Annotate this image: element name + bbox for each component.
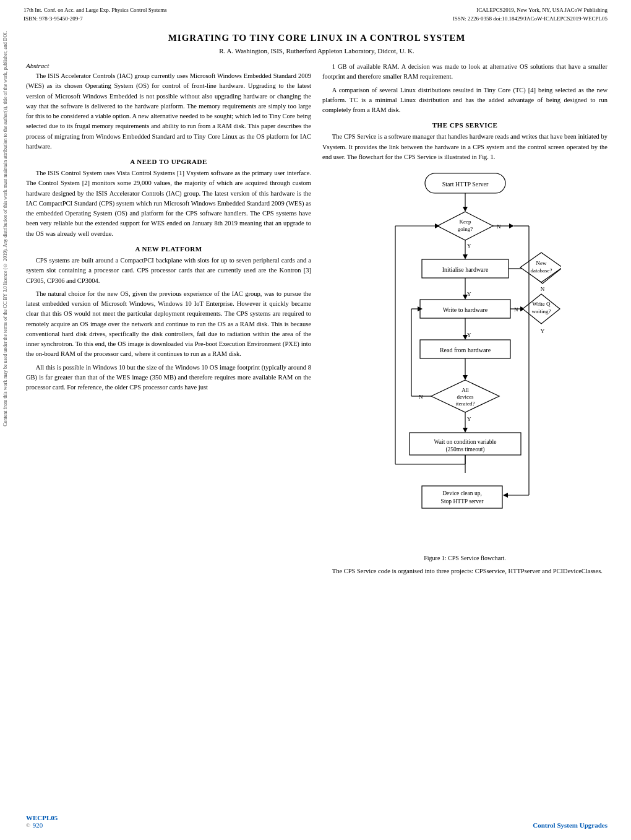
svg-marker-12 bbox=[463, 254, 468, 259]
svg-text:Start HTTP Server: Start HTTP Server bbox=[442, 181, 488, 188]
need-upgrade-title: A NEED TO UPGRADE bbox=[26, 158, 311, 165]
flowchart-svg: Start HTTP Server Keep going? N bbox=[369, 167, 561, 551]
new-platform-p3: All this is possible in Windows 10 but t… bbox=[26, 363, 311, 393]
main-content: MIGRATING TO TINY CORE LINUX IN A CONTRO… bbox=[7, 25, 631, 586]
svg-text:Stop HTTP server: Stop HTTP server bbox=[440, 498, 484, 504]
svg-text:N: N bbox=[514, 306, 518, 313]
right-column: 1 GB of available RAM. A decision was ma… bbox=[322, 62, 607, 579]
abstract-title: Abstract bbox=[26, 62, 311, 69]
paper-title: MIGRATING TO TINY CORE LINUX IN A CONTRO… bbox=[26, 33, 607, 43]
abstract-section: Abstract The ISIS Accelerator Controls (… bbox=[26, 62, 311, 152]
svg-text:All: All bbox=[461, 387, 469, 393]
sidebar-text: Content from this work may be used under… bbox=[2, 31, 9, 426]
two-column-layout: Abstract The ISIS Accelerator Controls (… bbox=[26, 62, 607, 579]
footer-left: WECPL05 © 920 bbox=[26, 814, 58, 829]
footer-wecpl: WECPL05 bbox=[26, 814, 58, 821]
svg-marker-52 bbox=[463, 428, 468, 433]
svg-text:Y: Y bbox=[467, 332, 471, 338]
sidebar: Content from this work may be used under… bbox=[0, 31, 11, 774]
new-platform-title: A NEW PLATFORM bbox=[26, 245, 311, 253]
svg-marker-3 bbox=[463, 207, 468, 212]
right-p2: A comparison of several Linux distributi… bbox=[322, 85, 607, 116]
svg-text:Read from hardware: Read from hardware bbox=[439, 347, 491, 353]
svg-text:Write Q: Write Q bbox=[532, 301, 550, 307]
right-p1: 1 GB of available RAM. A decision was ma… bbox=[322, 62, 607, 82]
new-platform-p2: The natural choice for the new OS, given… bbox=[26, 289, 311, 360]
header-doi: ISSN: 2226-0358 doi:10.18429/JACoW-ICALE… bbox=[453, 15, 607, 24]
svg-text:Y: Y bbox=[467, 291, 471, 297]
svg-text:(250ms timeout): (250ms timeout) bbox=[445, 446, 484, 453]
footer-page-num: 920 bbox=[33, 821, 43, 829]
flowchart-container: Start HTTP Server Keep going? N bbox=[322, 167, 607, 551]
svg-marker-9 bbox=[509, 223, 514, 228]
header-isbn: ISBN: 978-3-95450-209-7 bbox=[24, 15, 167, 24]
cps-service-p2: The CPS Service code is organised into t… bbox=[322, 566, 607, 576]
svg-text:iterated?: iterated? bbox=[455, 401, 474, 407]
svg-text:Wait on condition variable: Wait on condition variable bbox=[434, 439, 496, 445]
svg-marker-40 bbox=[463, 375, 468, 380]
svg-text:Y: Y bbox=[467, 416, 471, 422]
flowchart-caption: Figure 1: CPS Service flowchart. bbox=[322, 555, 607, 561]
cc-icon: © bbox=[26, 822, 30, 828]
svg-marker-24 bbox=[463, 295, 468, 300]
abstract-text: The ISIS Accelerator Controls (IAC) grou… bbox=[26, 71, 311, 152]
svg-text:N: N bbox=[419, 394, 423, 400]
svg-marker-61 bbox=[435, 223, 440, 228]
left-column: Abstract The ISIS Accelerator Controls (… bbox=[26, 62, 311, 579]
need-upgrade-text: The ISIS Control System uses Vista Contr… bbox=[26, 168, 311, 239]
footer: WECPL05 © 920 Control System Upgrades bbox=[7, 814, 631, 829]
svg-text:Initialise hardware: Initialise hardware bbox=[442, 266, 488, 273]
svg-text:Device clean up,: Device clean up, bbox=[442, 490, 482, 496]
svg-text:Y: Y bbox=[540, 328, 544, 334]
svg-text:N: N bbox=[497, 223, 501, 230]
svg-marker-65 bbox=[503, 493, 508, 498]
svg-text:database?: database? bbox=[530, 267, 552, 274]
svg-text:Keep: Keep bbox=[459, 219, 471, 225]
header-conf-location: ICALEPCS2019, New York, NY, USA JACoW Pu… bbox=[453, 6, 607, 15]
header: 17th Int. Conf. on Acc. and Large Exp. P… bbox=[0, 0, 631, 25]
svg-text:New: New bbox=[536, 260, 546, 266]
svg-text:Write to hardware: Write to hardware bbox=[442, 306, 487, 313]
svg-rect-66 bbox=[422, 486, 502, 508]
header-right: ICALEPCS2019, New York, NY, USA JACoW Pu… bbox=[453, 6, 607, 23]
svg-text:waiting?: waiting? bbox=[531, 308, 551, 314]
footer-right-label: Control System Upgrades bbox=[533, 821, 607, 829]
header-left: 17th Int. Conf. on Acc. and Large Exp. P… bbox=[24, 6, 167, 23]
paper-authors: R. A. Washington, ISIS, Rutherford Apple… bbox=[26, 47, 607, 54]
svg-text:devices: devices bbox=[457, 394, 473, 400]
cps-service-title: THE CPS SERVICE bbox=[322, 121, 607, 129]
new-platform-p1: CPS systems are built around a CompactPC… bbox=[26, 256, 311, 286]
svg-text:Y: Y bbox=[467, 243, 471, 249]
cps-service-p1: The CPS Service is a software manager th… bbox=[322, 132, 607, 162]
svg-text:going?: going? bbox=[457, 226, 473, 232]
page: 17th Int. Conf. on Acc. and Large Exp. P… bbox=[0, 0, 631, 840]
header-conf: 17th Int. Conf. on Acc. and Large Exp. P… bbox=[24, 6, 167, 15]
svg-text:N: N bbox=[540, 286, 544, 292]
